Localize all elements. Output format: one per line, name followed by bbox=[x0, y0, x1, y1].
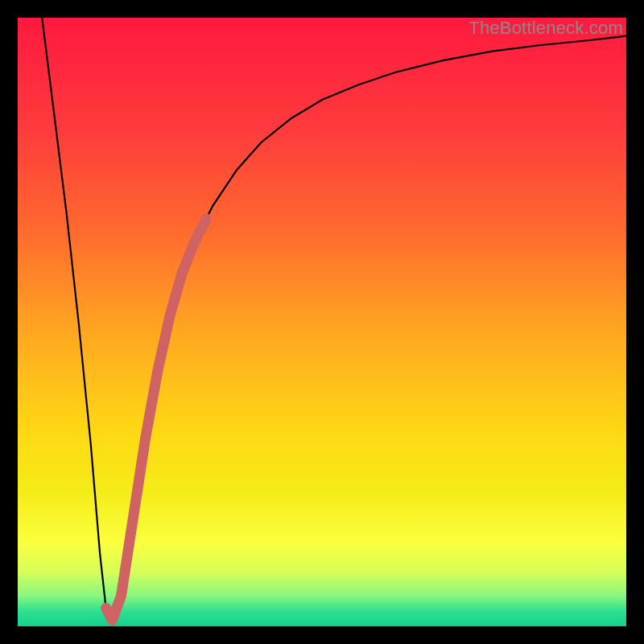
chart-frame: TheBottleneck.com bbox=[18, 18, 626, 626]
bottleneck-chart bbox=[18, 18, 626, 626]
watermark-text: TheBottleneck.com bbox=[469, 18, 623, 39]
gradient-background bbox=[18, 18, 626, 626]
